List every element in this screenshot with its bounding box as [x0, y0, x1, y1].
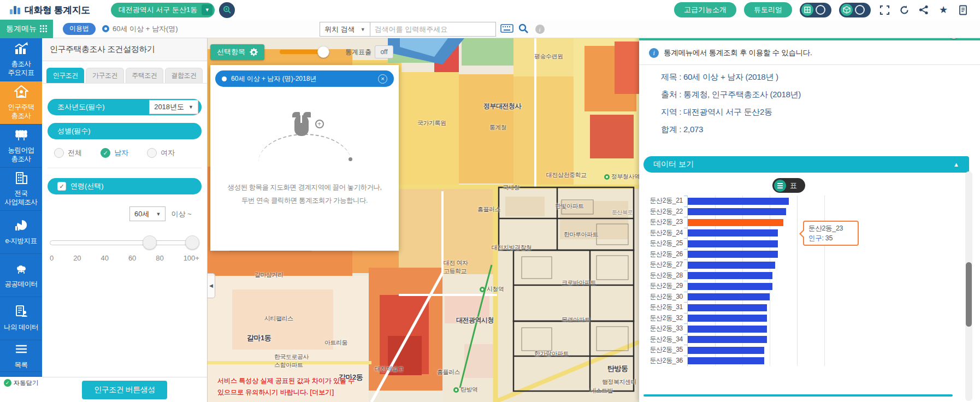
age-tick-label: 20 [73, 254, 81, 262]
chart-row[interactable]: 둔산2동_35 [639, 345, 945, 356]
map-3d-toggle[interactable] [839, 3, 871, 17]
chart-row[interactable]: 둔산2동_31 [639, 302, 945, 313]
fullscreen-button[interactable] [878, 4, 890, 16]
chevron-down-icon: ▼ [156, 211, 161, 217]
slider-knob[interactable] [317, 46, 329, 58]
search-button[interactable] [518, 23, 529, 36]
stats-menu-button[interactable]: 통계메뉴 [0, 20, 53, 38]
chart-row[interactable]: 둔산2동_25 [639, 238, 945, 249]
chart-bar[interactable] [688, 219, 783, 226]
map-style-toggle[interactable] [800, 3, 831, 17]
chart-row[interactable]: 둔산2동_32 [639, 313, 945, 324]
tutorial-button[interactable]: 튜토리얼 [744, 2, 792, 17]
survey-year-value: 2018년도 [154, 102, 184, 112]
sidebar-item-1[interactable]: 총조사주요지표 [0, 38, 42, 81]
refresh-button[interactable] [898, 4, 910, 16]
chart-row[interactable]: 둔산2동_22 [639, 206, 945, 217]
chart-row[interactable]: 둔산2동_27 [639, 259, 945, 270]
region-search-button[interactable] [219, 2, 235, 18]
chart-row[interactable]: 둔산2동_28 [639, 270, 945, 281]
slider-handle-min[interactable] [143, 235, 157, 250]
sidebar-item-label: 나의 데이터 [4, 323, 38, 332]
sidebar-item-2[interactable]: 인구주택총조사 [0, 81, 42, 125]
chart-row[interactable]: 둔산2동_26 [639, 249, 945, 260]
sex-radio-남자[interactable]: ✓남자 [101, 148, 128, 158]
sidebar-item-3[interactable]: 농림어업총조사 [0, 125, 42, 168]
chart-bar[interactable] [688, 304, 767, 311]
chart-bar[interactable] [688, 240, 778, 247]
sidebar-item-7[interactable]: 나의 데이터 [0, 297, 42, 340]
chart-row[interactable]: 둔산2동_21 [639, 196, 945, 206]
tab-주택조건[interactable]: 주택조건 [126, 68, 163, 83]
age-tick-label: 40 [101, 254, 109, 262]
chart-bar[interactable] [688, 315, 767, 322]
data-view-accordion[interactable]: 데이터 보기 ▲ [644, 156, 969, 173]
age-select[interactable]: 60세 ▼ [129, 206, 166, 221]
tab-결합조건[interactable]: 결합조건 [165, 68, 203, 83]
opacity-slider[interactable] [280, 50, 323, 54]
tab-인구조건[interactable]: 인구조건 [46, 68, 84, 83]
sidebar-item-5[interactable]: e-지방지표 [0, 211, 42, 254]
chart-bar[interactable] [688, 283, 772, 290]
scrollbar-thumb[interactable] [966, 262, 972, 327]
advanced-features-button[interactable]: 고급기능소개 [674, 2, 736, 17]
sex-radio-전체[interactable]: 전체 [54, 148, 82, 158]
chart-bar[interactable] [688, 336, 767, 343]
axis-tick [684, 270, 687, 276]
chart-category-label: 둔산2동_36 [639, 356, 683, 366]
info-icon[interactable]: i [535, 25, 545, 34]
search-type-select[interactable]: 위치 검색 ▼ [320, 22, 370, 37]
chart-row[interactable]: 둔산2동_24 [639, 228, 945, 239]
chart-row[interactable]: 둔산2동_29 [639, 281, 945, 292]
panel-collapse-handle[interactable]: ◀ [208, 273, 215, 298]
selection-panel: 선택항목 통계표출 off 60세 이상 + 남자 (명)-2018년 × + … [210, 44, 399, 251]
chart-row[interactable]: 둔산2동_30 [639, 292, 945, 303]
usage-guide-button[interactable]: 이용법 [63, 23, 96, 35]
chart-row[interactable]: 둔산2동_33 [639, 323, 945, 334]
chart-bar[interactable] [688, 198, 789, 205]
remove-condition-button[interactable]: × [378, 74, 387, 84]
chart-bar[interactable] [688, 357, 764, 364]
chart-row[interactable]: 둔산2동_23 [639, 217, 945, 228]
tab-가구조건[interactable]: 가구조건 [86, 68, 123, 83]
slider-handle-max[interactable] [185, 235, 199, 250]
share-button[interactable] [918, 4, 930, 16]
chart-bar[interactable] [688, 229, 778, 237]
chart-bar[interactable] [688, 251, 778, 258]
slider-track[interactable] [50, 240, 199, 245]
sidebar-item-4[interactable]: 전국사업체조사 [0, 168, 42, 211]
app-root: 대화형 통계지도 대전광역시 서구 둔산1동 ▼ 고급기능소개 튜토리얼 ★ [0, 0, 980, 402]
region-selector[interactable]: 대전광역시 서구 둔산1동 ▼ [111, 3, 215, 17]
scrollbar-track[interactable] [965, 172, 972, 401]
chart-row[interactable]: 둔산2동_34 [639, 334, 945, 345]
tooltip-value: 인구: 35 [808, 234, 853, 244]
selected-condition-pill[interactable]: 60세 이상 + 남자 (명)-2018년 × [215, 70, 394, 87]
chart-bar[interactable] [688, 262, 775, 269]
sex-radio-여자[interactable]: 여자 [147, 148, 175, 158]
chart-bar[interactable] [688, 347, 764, 354]
age-checkbox[interactable]: ✓ [57, 182, 66, 191]
keyboard-icon[interactable] [500, 24, 513, 35]
cube-3d-icon [843, 6, 851, 14]
generate-condition-button[interactable]: 인구조건 버튼생성 [82, 381, 167, 399]
chart-category-label: 둔산2동_34 [639, 334, 683, 345]
chart-category-label: 둔산2동_28 [639, 270, 683, 281]
chart-bar[interactable] [688, 208, 786, 215]
bullet-icon [222, 76, 227, 81]
chart-row[interactable]: 둔산2동_36 [639, 356, 945, 366]
chart-bar[interactable] [688, 272, 772, 279]
disclaimer-line2[interactable]: 있으므로 유의하시기 바랍니다. [더보기] [217, 387, 355, 398]
map-display-off-button[interactable]: off [375, 45, 393, 58]
sidebar-item-6[interactable]: 공공데이터 [0, 254, 42, 297]
selected-items-button[interactable]: 선택항목 [210, 44, 264, 60]
sidebar-item-8[interactable]: 목록 [0, 340, 42, 372]
sidebar-item-label: e-지방지표 [5, 237, 37, 246]
report-button[interactable] [957, 4, 969, 16]
favorite-star-button[interactable]: ★ [937, 4, 949, 16]
chart-bar[interactable] [688, 326, 767, 333]
search-input[interactable] [370, 22, 496, 37]
chart-bar[interactable] [688, 293, 770, 300]
chart-table-toggle[interactable]: 표 [772, 178, 805, 193]
auto-close-control[interactable]: ✓ 자동닫기 [0, 377, 42, 402]
survey-year-select[interactable]: 2018년도 ▼ [149, 100, 198, 114]
